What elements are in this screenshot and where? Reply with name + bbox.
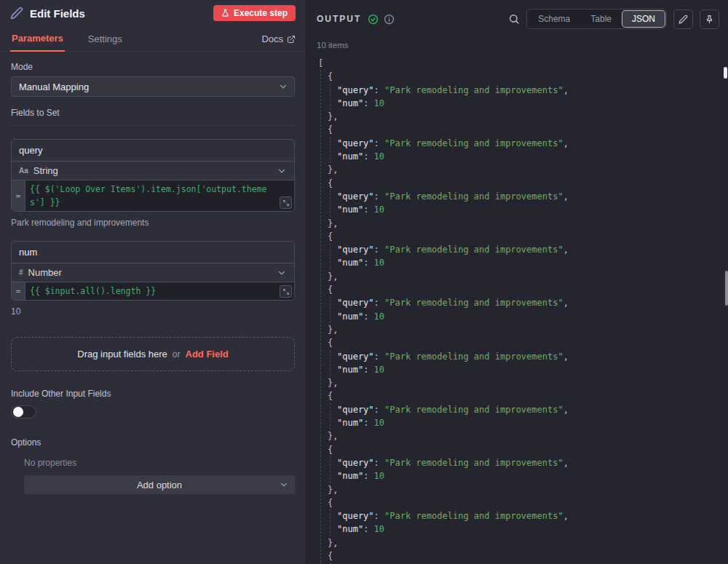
json-line: }, (328, 217, 728, 230)
expression-row: = {{ $('Loop Over Items').item.json['out… (12, 180, 294, 211)
expression-result-preview: Park remodeling and improvements (11, 218, 295, 228)
json-line: [ (318, 57, 728, 70)
json-indent-guide: "query": "Park remodeling and improvemen… (330, 350, 728, 377)
expression-row: = {{ $input.all().length }} (12, 282, 294, 300)
equals-gutter: = (12, 180, 25, 211)
tab-settings[interactable]: Settings (87, 29, 124, 51)
include-other-fields-label: Include Other Input Fields (11, 389, 295, 399)
options-label: Options (11, 437, 295, 448)
chevron-down-icon (277, 268, 287, 278)
json-line: "num": 10 (337, 203, 728, 216)
chevron-down-icon (279, 480, 289, 490)
output-panel: OUTPUT Schema Table JSON 10 items [{"qu (306, 0, 728, 564)
tab-parameters[interactable]: Parameters (10, 28, 65, 52)
json-indent-guide: "query": "Park remodeling and improvemen… (330, 243, 728, 270)
pin-data-button[interactable] (700, 9, 719, 29)
field-type-select[interactable]: Aa String (12, 161, 294, 180)
json-line: { (328, 283, 728, 296)
search-button[interactable] (508, 13, 520, 25)
items-count: 10 items (306, 35, 728, 54)
json-line: { (328, 70, 728, 83)
mode-select[interactable]: Manual Mapping (11, 76, 295, 97)
no-properties-text: No properties (24, 458, 295, 468)
json-line: "num": 10 (337, 469, 728, 482)
node-title: Edit Fields (30, 7, 213, 20)
output-header: OUTPUT Schema Table JSON (306, 0, 728, 35)
view-tab-table[interactable]: Table (581, 11, 621, 27)
docs-link[interactable]: Docs (261, 33, 296, 51)
field-name-input[interactable]: num (12, 242, 294, 263)
json-line: }, (328, 376, 728, 389)
field-name-input[interactable]: query (12, 140, 294, 161)
open-expression-editor-button[interactable] (280, 285, 292, 298)
json-line: }, (328, 483, 728, 496)
json-line: }, (328, 270, 728, 283)
json-line: "query": "Park remodeling and improvemen… (337, 296, 728, 309)
expression-input[interactable]: {{ $('Loop Over Items').item.json['outpu… (25, 180, 294, 211)
json-line: }, (328, 429, 728, 442)
mode-label: Mode (11, 62, 295, 72)
execute-step-button[interactable]: Execute step (213, 5, 296, 21)
scrollbar-handle[interactable] (725, 271, 728, 306)
add-field-button[interactable]: Add Field (186, 349, 229, 360)
json-line: }, (328, 536, 728, 549)
pencil-node-icon (10, 7, 23, 20)
include-other-fields-toggle[interactable] (11, 405, 36, 418)
json-line: "num": 10 (337, 416, 728, 429)
field-type-select[interactable]: # Number (12, 263, 294, 282)
json-line: }, (328, 163, 728, 176)
json-line: { (328, 336, 728, 349)
flask-icon (221, 9, 229, 17)
view-tab-schema[interactable]: Schema (529, 11, 579, 27)
json-line: "query": "Park remodeling and improvemen… (337, 456, 728, 469)
json-indent-guide: "query": "Park remodeling and improvemen… (330, 190, 728, 217)
expression-result-preview: 10 (11, 306, 295, 317)
json-line: "num": 10 (337, 363, 728, 376)
equals-gutter: = (12, 282, 25, 300)
info-icon[interactable] (384, 14, 395, 25)
chevron-down-icon (277, 166, 287, 176)
json-line: "num": 10 (337, 97, 728, 110)
json-line: "query": "Park remodeling and improvemen… (337, 190, 728, 203)
chevron-down-icon (278, 82, 288, 92)
drag-input-fields-dropzone[interactable]: Drag input fields here or Add Field (11, 337, 295, 371)
divider (11, 125, 295, 126)
open-expression-editor-button[interactable] (280, 196, 292, 209)
json-line: }, (328, 323, 728, 336)
json-line: { (328, 123, 728, 136)
node-settings-panel: Edit Fields Execute step Parameters Sett… (0, 0, 306, 564)
json-line: { (328, 549, 728, 563)
json-line: }, (328, 110, 728, 123)
output-toolbar: Schema Table JSON (508, 9, 719, 29)
json-tree: [{"query": "Park remodeling and improvem… (306, 54, 728, 564)
json-line: "query": "Park remodeling and improvemen… (337, 403, 728, 416)
output-title: OUTPUT (317, 14, 361, 24)
view-switcher: Schema Table JSON (526, 9, 667, 29)
json-line: "query": "Park remodeling and improvemen… (337, 350, 728, 363)
json-line: { (328, 230, 728, 243)
number-type-icon: # (19, 269, 23, 277)
json-line: { (328, 177, 728, 190)
json-line: "query": "Park remodeling and improvemen… (337, 243, 728, 256)
parameters-body: Mode Manual Mapping Fields to Set query … (0, 52, 306, 564)
json-indent-guide: "query": "Park remodeling and improvemen… (330, 509, 728, 536)
json-indent-guide: "query": "Park remodeling and improvemen… (330, 137, 728, 164)
json-line: "num": 10 (337, 523, 728, 536)
success-check-icon (368, 14, 379, 25)
json-indent-guide: {"query": "Park remodeling and improveme… (320, 70, 728, 564)
json-indent-guide: "query": "Park remodeling and improvemen… (330, 296, 728, 323)
tab-bar: Parameters Settings Docs (0, 24, 306, 52)
field-card-num: num # Number = {{ $input.all().length }} (11, 241, 295, 301)
json-line: { (328, 443, 728, 456)
edit-output-button[interactable] (673, 9, 693, 29)
add-option-select[interactable]: Add option (24, 475, 295, 494)
json-line: "num": 10 (337, 150, 728, 163)
view-tab-json[interactable]: JSON (622, 11, 665, 27)
expression-input[interactable]: {{ $input.all().length }} (25, 282, 294, 300)
toggle-knob (13, 407, 23, 417)
json-indent-guide: "query": "Park remodeling and improvemen… (330, 403, 728, 430)
json-line: "query": "Park remodeling and improvemen… (337, 509, 728, 523)
external-link-icon (287, 35, 296, 44)
scrollbar-thumb[interactable] (724, 67, 727, 79)
string-type-icon: Aa (19, 167, 28, 175)
